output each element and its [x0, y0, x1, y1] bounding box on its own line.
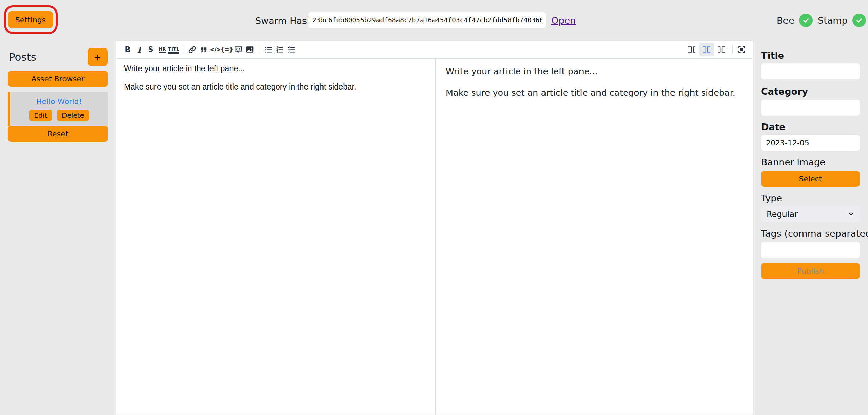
- banner-select-button[interactable]: Select: [761, 171, 860, 187]
- link-icon[interactable]: [186, 43, 198, 56]
- swarm-hash-input[interactable]: [308, 12, 546, 28]
- strikethrough-icon[interactable]: S: [145, 43, 156, 56]
- editor-toolbar: B I S HR TITL </> {=} 123: [116, 41, 753, 59]
- preview-paragraph: Make sure you set an article title and c…: [446, 87, 743, 98]
- quote-icon[interactable]: [198, 43, 209, 56]
- post-actions: Edit Delete: [29, 110, 89, 121]
- type-label: Type: [761, 193, 782, 203]
- bee-status: Bee: [777, 14, 813, 27]
- date-input[interactable]: [761, 135, 860, 151]
- title-input[interactable]: [761, 63, 860, 79]
- markdown-edit-pane[interactable]: Write your article in the left pane... M…: [116, 59, 435, 415]
- unordered-list-icon[interactable]: [262, 43, 274, 56]
- stamp-check-icon: [852, 14, 866, 27]
- editor-panes: Write your article in the left pane... M…: [116, 59, 753, 415]
- toolbar-right-group: [684, 43, 747, 56]
- date-label: Date: [761, 122, 786, 132]
- markdown-preview-pane: Write your article in the left pane... M…: [435, 59, 753, 415]
- open-link[interactable]: Open: [551, 15, 576, 26]
- toolbar-separator: [732, 45, 733, 54]
- ordered-list-icon[interactable]: 123: [274, 43, 285, 56]
- chevron-down-icon: [848, 210, 854, 219]
- post-list-item: Hello World! Edit Delete: [8, 92, 108, 126]
- article-properties-sidebar: Title Category Date Banner image Select …: [761, 44, 860, 349]
- posts-heading: Posts: [9, 51, 36, 63]
- svg-text:3: 3: [276, 50, 278, 53]
- toolbar-separator: [259, 45, 259, 54]
- bee-check-icon: [799, 14, 813, 27]
- editor-paragraph: Write your article in the left pane...: [124, 64, 427, 73]
- preview-mode-icon[interactable]: [714, 43, 729, 56]
- codeblock-icon[interactable]: {=}: [221, 43, 233, 56]
- horizontal-rule-icon[interactable]: HR: [156, 43, 168, 56]
- stamp-status: Stamp: [818, 14, 866, 27]
- italic-icon[interactable]: I: [133, 43, 145, 56]
- delete-post-button[interactable]: Delete: [57, 110, 89, 121]
- preview-paragraph: Write your article in the left pane...: [446, 66, 743, 76]
- publish-button[interactable]: Publish: [761, 263, 860, 279]
- edit-mode-icon[interactable]: [684, 43, 699, 56]
- asset-browser-button[interactable]: Asset Browser: [8, 71, 108, 87]
- code-icon[interactable]: </>: [209, 43, 221, 56]
- tags-label: Tags (comma separated): [761, 228, 868, 239]
- category-label: Category: [761, 86, 808, 97]
- bold-icon[interactable]: B: [122, 43, 133, 56]
- edit-post-button[interactable]: Edit: [29, 110, 52, 121]
- bee-status-label: Bee: [777, 15, 794, 26]
- post-title-link[interactable]: Hello World!: [36, 97, 82, 106]
- type-select[interactable]: Regular: [761, 206, 860, 222]
- tags-input[interactable]: [761, 242, 860, 258]
- live-mode-icon[interactable]: [699, 43, 714, 56]
- checked-list-icon[interactable]: [285, 43, 297, 56]
- title-label: Title: [761, 50, 784, 61]
- category-input[interactable]: [761, 100, 860, 116]
- editor-paragraph: Make sure you set an article title and c…: [124, 82, 427, 92]
- banner-image-label: Banner image: [761, 157, 826, 167]
- title-icon[interactable]: TITL: [168, 43, 180, 56]
- stamp-status-label: Stamp: [818, 15, 848, 26]
- fullscreen-icon[interactable]: [736, 43, 747, 56]
- swarm-hash-label: Swarm Hash: [255, 16, 313, 26]
- markdown-editor: B I S HR TITL </> {=} 123: [116, 40, 753, 415]
- toolbar-separator: [183, 45, 183, 54]
- new-post-button[interactable]: +: [88, 48, 108, 66]
- reset-button[interactable]: Reset: [8, 126, 108, 142]
- comment-icon[interactable]: [233, 43, 244, 56]
- image-icon[interactable]: [244, 43, 256, 56]
- settings-button[interactable]: Settings: [8, 11, 53, 28]
- type-select-value: Regular: [767, 210, 798, 219]
